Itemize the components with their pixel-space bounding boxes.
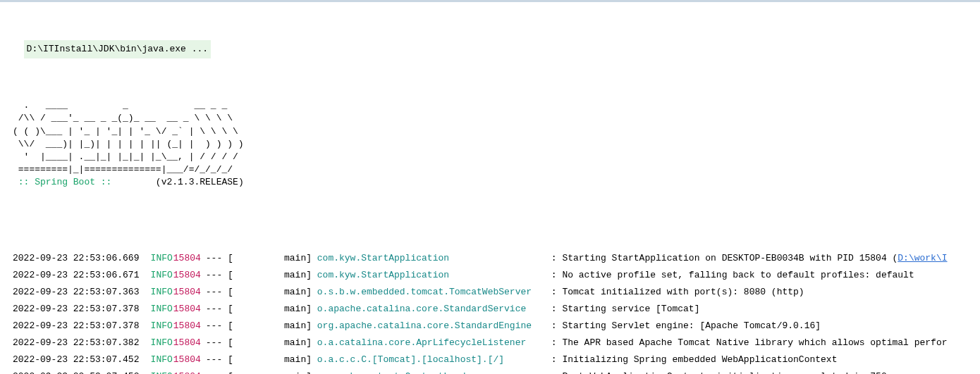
log-pid: 15804 (168, 318, 200, 335)
log-row: 2022-09-23 22:53:07.363 INFO 15804 --- [… (13, 284, 980, 301)
log-separator: --- [ (200, 335, 228, 351)
log-row: 2022-09-23 22:53:07.452 INFO 15804 --- [… (13, 368, 980, 374)
log-thread: main] (228, 335, 312, 351)
log-colon: : (546, 270, 562, 280)
log-row: 2022-09-23 22:53:07.378 INFO 15804 --- [… (13, 318, 980, 335)
log-colon: : (546, 287, 562, 297)
log-thread: main] (228, 284, 312, 301)
log-timestamp: 2022-09-23 22:53:06.669 (13, 250, 140, 267)
banner-ascii: . ____ _ __ _ _ /\\ / ___'_ __ _ _(_)_ _… (13, 100, 244, 175)
spring-boot-version: (v2.1.3.RELEASE) (156, 177, 244, 187)
log-level: INFO (140, 318, 168, 335)
log-level: INFO (140, 351, 168, 368)
log-message: Starting service [Tomcat] (562, 304, 699, 314)
log-colon: : (546, 371, 562, 374)
log-row: 2022-09-23 22:53:07.452 INFO 15804 --- [… (13, 351, 980, 368)
log-logger: o.a.c.c.C.[Tomcat].[localhost].[/] (312, 351, 546, 368)
log-thread: main] (228, 250, 312, 267)
log-colon: : (546, 304, 562, 314)
spring-boot-label: :: Spring Boot :: (13, 177, 111, 187)
log-separator: --- [ (200, 284, 228, 301)
log-logger: o.s.web.context.ContextLoader (312, 368, 546, 374)
log-pid: 15804 (168, 335, 200, 351)
log-message: Starting Servlet engine: [Apache Tomcat/… (562, 320, 821, 331)
log-row: 2022-09-23 22:53:07.382 INFO 15804 --- [… (13, 335, 980, 351)
log-level: INFO (140, 284, 168, 301)
log-level: INFO (140, 335, 168, 351)
log-message: Starting StartApplication on DESKTOP-EB0… (562, 253, 898, 263)
log-separator: --- [ (200, 250, 228, 267)
log-message: Initializing Spring embedded WebApplicat… (562, 354, 837, 365)
log-level: INFO (140, 250, 168, 267)
log-logger: o.apache.catalina.core.StandardService (312, 301, 546, 318)
log-thread: main] (228, 368, 312, 374)
log-logger: o.s.b.w.embedded.tomcat.TomcatWebServer (312, 284, 546, 301)
log-separator: --- [ (200, 267, 228, 284)
log-colon: : (546, 354, 562, 365)
log-pid: 15804 (168, 284, 200, 301)
log-timestamp: 2022-09-23 22:53:07.452 (13, 351, 140, 368)
log-colon: : (546, 320, 562, 331)
log-pid: 15804 (168, 267, 200, 284)
log-pid: 15804 (168, 301, 200, 318)
log-logger: com.kyw.StartApplication (312, 250, 546, 267)
spring-boot-banner: . ____ _ __ _ _ /\\ / ___'_ __ _ _(_)_ _… (13, 92, 980, 189)
log-message: No active profile set, falling back to d… (562, 270, 914, 280)
log-separator: --- [ (200, 301, 228, 318)
log-timestamp: 2022-09-23 22:53:07.363 (13, 284, 140, 301)
log-logger: com.kyw.StartApplication (312, 267, 546, 284)
log-output: 2022-09-23 22:53:06.669 INFO 15804 --- [… (13, 250, 980, 374)
log-colon: : (546, 253, 562, 263)
log-separator: --- [ (200, 318, 228, 335)
log-colon: : (546, 337, 562, 348)
log-message: Root WebApplicationContext: initializati… (562, 371, 903, 374)
log-pid: 15804 (168, 351, 200, 368)
log-thread: main] (228, 351, 312, 368)
log-level: INFO (140, 301, 168, 318)
log-thread: main] (228, 267, 312, 284)
log-logger: org.apache.catalina.core.StandardEngine (312, 318, 546, 335)
log-row: 2022-09-23 22:53:06.671 INFO 15804 --- [… (13, 267, 980, 284)
log-pid: 15804 (168, 250, 200, 267)
command-line: D:\ITInstall\JDK\bin\java.exe ... (24, 40, 211, 58)
console-output[interactable]: D:\ITInstall\JDK\bin\java.exe ... . ____… (0, 2, 980, 374)
log-level: INFO (140, 267, 168, 284)
log-thread: main] (228, 301, 312, 318)
log-logger: o.a.catalina.core.AprLifecycleListener (312, 335, 546, 351)
log-timestamp: 2022-09-23 22:53:06.671 (13, 267, 140, 284)
log-level: INFO (140, 368, 168, 374)
log-timestamp: 2022-09-23 22:53:07.452 (13, 368, 140, 374)
log-row: 2022-09-23 22:53:07.378 INFO 15804 --- [… (13, 301, 980, 318)
log-timestamp: 2022-09-23 22:53:07.378 (13, 301, 140, 318)
log-timestamp: 2022-09-23 22:53:07.378 (13, 318, 140, 335)
log-timestamp: 2022-09-23 22:53:07.382 (13, 335, 140, 351)
log-separator: --- [ (200, 351, 228, 368)
log-thread: main] (228, 318, 312, 335)
log-separator: --- [ (200, 368, 228, 374)
log-pid: 15804 (168, 368, 200, 374)
log-message: The APR based Apache Tomcat Native libra… (562, 337, 947, 348)
log-row: 2022-09-23 22:53:06.669 INFO 15804 --- [… (13, 250, 980, 267)
log-path-link[interactable]: D:\work\I (898, 253, 947, 263)
log-message: Tomcat initialized with port(s): 8080 (h… (562, 287, 804, 297)
